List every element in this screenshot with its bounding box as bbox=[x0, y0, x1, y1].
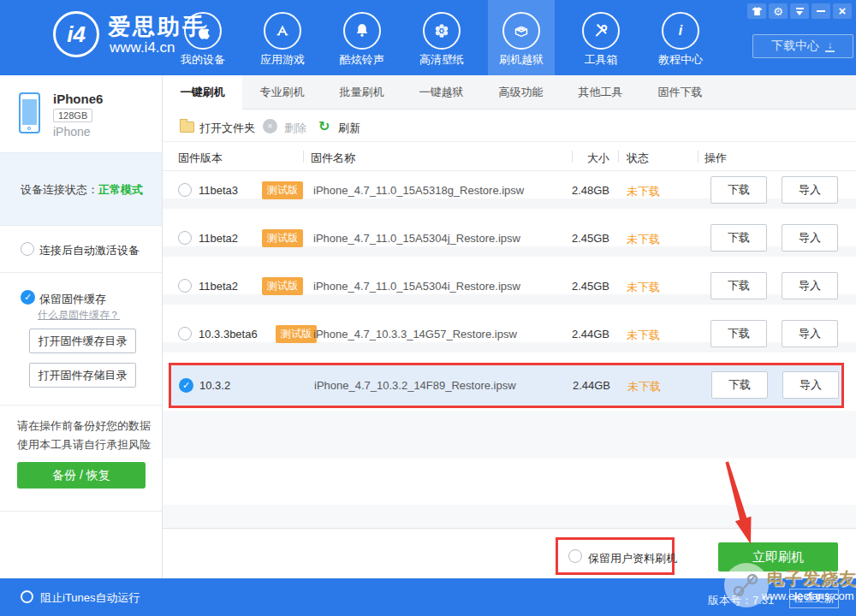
table-row[interactable]: 10.3.3beta6 测试版 iPhone_4.7_10.3.3_14G57_… bbox=[163, 315, 856, 352]
action-bar: 保留用户资料刷机 立即刷机 bbox=[163, 528, 856, 578]
col-firmware-version: 固件版本 bbox=[178, 151, 223, 166]
keep-cache-checkbox[interactable]: ✓ bbox=[21, 290, 35, 305]
empty-row-band bbox=[163, 505, 856, 528]
gear-icon[interactable]: ⚙ bbox=[769, 3, 788, 19]
firmware-size: 2.44GB bbox=[542, 379, 610, 392]
nav-item-apps-games[interactable]: 应用游戏 bbox=[249, 0, 316, 75]
jailbreak-box-icon bbox=[502, 12, 540, 50]
skin-icon[interactable] bbox=[747, 3, 766, 19]
nav-item-my-device[interactable]: 我的设备 bbox=[169, 0, 236, 75]
tab-firmware-download[interactable]: 固件下载 bbox=[640, 75, 720, 110]
auto-activate-radio[interactable] bbox=[21, 242, 34, 256]
nav-item-flash-jailbreak[interactable]: 刷机越狱 bbox=[488, 0, 555, 75]
backup-restore-button[interactable]: 备份 / 恢复 bbox=[17, 462, 146, 489]
import-button[interactable]: 导入 bbox=[782, 320, 838, 347]
col-status: 状态 bbox=[627, 151, 649, 166]
tab-other-tools[interactable]: 其他工具 bbox=[561, 75, 640, 110]
warning-line-2: 使用本工具请自行承担风险 bbox=[17, 437, 152, 453]
nav-item-ringtones[interactable]: 酷炫铃声 bbox=[329, 0, 395, 75]
delete-icon: × bbox=[263, 119, 277, 133]
nav-label: 工具箱 bbox=[568, 52, 634, 68]
cache-help-link[interactable]: 什么是固件缓存？ bbox=[38, 308, 120, 323]
firmware-version: 11beta2 bbox=[199, 232, 238, 245]
import-button[interactable]: 导入 bbox=[782, 371, 839, 399]
firmware-status: 未下载 bbox=[627, 328, 660, 343]
device-phone-icon bbox=[19, 92, 40, 133]
nav-item-tutorials[interactable]: i 教程中心 bbox=[647, 0, 714, 75]
import-button[interactable]: 导入 bbox=[782, 176, 838, 204]
firmware-radio[interactable] bbox=[178, 279, 192, 293]
app-logo-icon[interactable]: i4 bbox=[53, 11, 99, 57]
app-window: i4 爱思助手 www.i4.cn 我的设备 应用游戏 酷炫铃声 bbox=[0, 0, 856, 616]
keep-data-radio[interactable] bbox=[568, 549, 582, 563]
download-center-button[interactable]: 下载中心 ↓ bbox=[752, 34, 853, 58]
download-button[interactable]: 下载 bbox=[710, 320, 767, 347]
table-row[interactable]: 11beta3 测试版 iPhone_4.7_11.0_15A5318g_Res… bbox=[163, 171, 856, 209]
apple-icon bbox=[184, 12, 222, 50]
warning-line-1: 请在操作前备份好您的数据 bbox=[17, 418, 152, 434]
check-icon: ✓ bbox=[182, 380, 190, 391]
block-itunes-radio[interactable] bbox=[21, 590, 33, 603]
firmware-radio[interactable] bbox=[178, 231, 192, 245]
firmware-name: iPhone_4.7_10.3.2_14F89_Restore.ipsw bbox=[314, 379, 516, 392]
status-value: 正常模式 bbox=[98, 183, 143, 196]
firmware-version: 10.3.3beta6 bbox=[199, 328, 258, 341]
close-icon[interactable]: × bbox=[833, 3, 852, 19]
download-button[interactable]: 下载 bbox=[711, 371, 768, 399]
check-update-button[interactable]: 检查更新 bbox=[789, 589, 839, 608]
table-row[interactable]: 11beta2 测试版 iPhone_4.7_11.0_15A5304j_Res… bbox=[163, 219, 856, 257]
tab-one-click-flash[interactable]: 一键刷机 bbox=[163, 75, 242, 110]
table-row-selected[interactable]: ✓ 10.3.2 iPhone_4.7_10.3.2_14F89_Restore… bbox=[169, 363, 844, 408]
tab-batch-flash[interactable]: 批量刷机 bbox=[322, 75, 401, 110]
nav-item-toolbox[interactable]: 工具箱 bbox=[568, 0, 634, 75]
firmware-version: 11beta2 bbox=[199, 280, 238, 293]
refresh-icon: ↻ bbox=[318, 118, 330, 134]
toolbox-icon bbox=[582, 12, 620, 50]
menu-icon[interactable] bbox=[790, 3, 809, 19]
tab-advanced[interactable]: 高级功能 bbox=[481, 75, 561, 110]
check-icon: ✓ bbox=[24, 292, 32, 303]
block-itunes-label: 阻止iTunes自动运行 bbox=[40, 590, 140, 606]
sidebar: iPhone6 128GB iPhone 设备连接状态：正常模式 连接后自动激活… bbox=[0, 75, 163, 578]
folder-icon bbox=[180, 121, 194, 133]
flash-now-button[interactable]: 立即刷机 bbox=[718, 542, 838, 572]
import-button[interactable]: 导入 bbox=[782, 224, 838, 252]
open-folder-button[interactable]: 打开文件夹 bbox=[199, 121, 255, 136]
firmware-size: 2.45GB bbox=[541, 232, 609, 245]
tab-pro-flash[interactable]: 专业刷机 bbox=[242, 75, 322, 110]
firmware-status: 未下载 bbox=[627, 280, 660, 295]
nav-label: 教程中心 bbox=[647, 52, 714, 68]
table-row[interactable]: 11beta2 测试版 iPhone_4.7_11.0_15A5304i_Res… bbox=[163, 267, 856, 305]
download-center-label: 下载中心 bbox=[771, 38, 819, 54]
tab-one-click-jailbreak[interactable]: 一键越狱 bbox=[401, 75, 481, 110]
firmware-status: 未下载 bbox=[627, 232, 660, 247]
firmware-radio[interactable] bbox=[178, 327, 192, 341]
nav-label: 刷机越狱 bbox=[488, 52, 555, 68]
nav-label: 高清壁纸 bbox=[408, 52, 475, 68]
minimize-icon[interactable] bbox=[811, 3, 830, 19]
firmware-radio-checked[interactable]: ✓ bbox=[179, 378, 193, 393]
status-label: 设备连接状态： bbox=[21, 183, 98, 196]
download-icon: ↓ bbox=[825, 41, 835, 52]
firmware-radio[interactable] bbox=[178, 183, 192, 197]
keep-cache-label: 保留固件缓存 bbox=[39, 292, 106, 307]
open-cache-dir-button[interactable]: 打开固件缓存目录 bbox=[29, 329, 136, 353]
refresh-button[interactable]: 刷新 bbox=[338, 121, 360, 136]
nav-label: 我的设备 bbox=[169, 52, 236, 68]
open-storage-dir-button[interactable]: 打开固件存储目录 bbox=[29, 363, 136, 388]
keep-data-highlight-box: 保留用户资料刷机 bbox=[556, 537, 675, 575]
download-button[interactable]: 下载 bbox=[710, 272, 767, 299]
download-button[interactable]: 下载 bbox=[710, 176, 767, 204]
download-button[interactable]: 下载 bbox=[710, 224, 767, 252]
empty-row-band bbox=[163, 411, 856, 459]
import-button[interactable]: 导入 bbox=[782, 272, 838, 299]
nav-item-wallpapers[interactable]: 高清壁纸 bbox=[408, 0, 475, 75]
firmware-size: 2.48GB bbox=[541, 184, 609, 197]
device-name: iPhone6 bbox=[53, 92, 103, 106]
footer-bar: 阻止iTunes自动运行 版本号：7.31 检查更新 bbox=[0, 578, 856, 616]
delete-button[interactable]: 删除 bbox=[284, 121, 306, 136]
table-header: 固件版本 固件名称 大小 状态 操作 bbox=[163, 142, 856, 171]
main-panel: 一键刷机 专业刷机 批量刷机 一键越狱 高级功能 其他工具 固件下载 打开文件夹… bbox=[163, 75, 856, 578]
col-size: 大小 bbox=[550, 151, 609, 166]
firmware-size: 2.45GB bbox=[541, 280, 609, 293]
